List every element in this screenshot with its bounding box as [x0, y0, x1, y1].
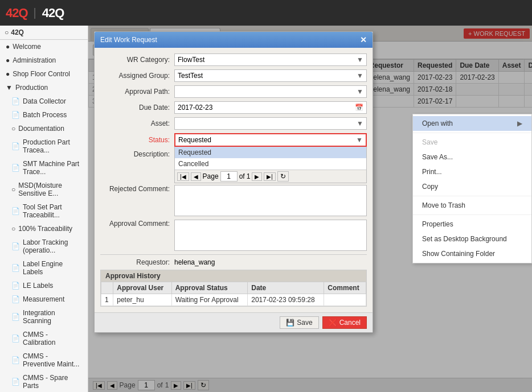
sidebar-item-labor-tracking[interactable]: 📄 Labor Tracking (operatio... — [0, 236, 88, 257]
sidebar-item-msd[interactable]: ○ MSD(Moisture Sensitive E... — [0, 179, 88, 200]
context-item-open-with[interactable]: Open with ▶ — [413, 116, 531, 131]
wr-category-label: WR Category: — [100, 56, 174, 64]
copy-label: Copy — [422, 183, 438, 191]
logo-divider: | — [34, 6, 36, 19]
dp-prev-btn[interactable]: ◀ — [191, 172, 201, 181]
wr-category-value: FlowTest — [178, 56, 204, 64]
circle-icon: ○ — [11, 125, 15, 133]
circle-icon: ○ — [5, 28, 9, 36]
sidebar-item-data-collector[interactable]: 📄 Data Collector — [0, 94, 88, 108]
sidebar-item-cmms-preventive[interactable]: 📄 CMMS - Preventive Maint... — [0, 349, 88, 371]
modal-close-button[interactable]: ✕ — [360, 35, 367, 44]
sidebar-item-shop-floor-control[interactable]: ● Shop Floor Control — [0, 67, 88, 81]
print-label: Print... — [422, 168, 442, 176]
approval-history-row: 1 peter_hu Waiting For Approval 2017-02-… — [101, 294, 366, 306]
dot-icon: ● — [6, 70, 10, 78]
status-option-requested[interactable]: Requested — [175, 147, 366, 158]
sidebar-item-42q[interactable]: ○ 42Q — [0, 26, 88, 40]
status-label: Status: — [100, 136, 174, 144]
dropdown-arrow-icon: ▼ — [357, 72, 363, 80]
sidebar-item-tool-set[interactable]: 📄 Tool Set Part Traceabilit... — [0, 200, 88, 222]
assigned-group-select[interactable]: TestTest ▼ — [174, 69, 367, 82]
approval-history-header: Approval History — [101, 270, 366, 282]
sidebar-item-cmms-spare[interactable]: 📄 CMMS - Spare Parts — [0, 371, 88, 392]
sidebar-item-production-part[interactable]: 📄 Production Part Tracea... — [0, 135, 88, 157]
asset-select[interactable]: ▼ — [174, 117, 367, 130]
properties-label: Properties — [422, 220, 453, 228]
open-with-label: Open with — [422, 119, 453, 127]
ah-num: 1 — [101, 294, 113, 306]
status-input[interactable]: Requested ▼ — [174, 133, 367, 147]
context-item-copy[interactable]: Copy — [413, 179, 531, 194]
dp-page-label: Page — [203, 172, 219, 180]
modal-footer: 💾 Save ❌ Cancel — [95, 312, 373, 332]
sidebar-item-integration[interactable]: 📄 Integration Scanning — [0, 306, 88, 328]
sidebar-item-smt-machine[interactable]: 📄 SMT Machine Part Trace... — [0, 157, 88, 179]
doc-icon: 📄 — [11, 242, 20, 250]
wr-category-select[interactable]: FlowTest ▼ — [174, 53, 367, 66]
sidebar-item-documentation[interactable]: ○ Documentation — [0, 122, 88, 135]
sidebar-item-batch-process[interactable]: 📄 Batch Process — [0, 108, 88, 122]
calendar-icon: 📅 — [355, 104, 363, 112]
cancel-button[interactable]: ❌ Cancel — [322, 316, 367, 329]
asset-row: Asset: ▼ — [100, 117, 367, 130]
requestor-label: Requestor: — [100, 258, 174, 266]
context-separator-2 — [413, 196, 531, 196]
doc-icon: 📄 — [11, 207, 20, 215]
doc-icon: 📄 — [11, 264, 20, 272]
show-folder-label: Show Containing Folder — [422, 250, 495, 258]
dp-total: 1 — [247, 172, 251, 180]
due-date-input[interactable]: 2017-02-23 📅 — [174, 101, 367, 114]
top-bar: 42Q | 42Q — [0, 0, 532, 26]
due-date-value: 2017-02-23 — [178, 104, 212, 112]
ah-user: peter_hu — [113, 294, 171, 306]
dot-icon: ● — [6, 56, 10, 64]
approval-history-table: Approval User Approval Status Date Comme… — [101, 282, 366, 306]
sidebar-item-cmms-calibration[interactable]: 📄 CMMS - Calibration — [0, 328, 88, 349]
rejected-comment-input[interactable] — [174, 185, 367, 216]
context-item-print[interactable]: Print... — [413, 164, 531, 179]
doc-icon: 📄 — [11, 378, 20, 386]
due-date-row: Due Date: 2017-02-23 📅 — [100, 101, 367, 114]
requestor-row: Requestor: helena_wang — [100, 254, 367, 266]
context-item-save-as[interactable]: Save As... — [413, 150, 531, 164]
sidebar: ○ 42Q ● Welcome ● Administration ● Shop … — [0, 26, 88, 392]
doc-icon: 📄 — [11, 142, 20, 150]
move-trash-label: Move to Trash — [422, 201, 465, 209]
ah-col-date: Date — [248, 282, 324, 294]
context-item-properties[interactable]: Properties — [413, 217, 531, 232]
status-option-cancelled[interactable]: Cancelled — [175, 158, 366, 170]
ah-col-status: Approval Status — [171, 282, 248, 294]
context-item-show-folder[interactable]: Show Containing Folder — [413, 246, 531, 261]
doc-icon: 📄 — [11, 356, 20, 364]
description-label: Description: — [100, 150, 174, 158]
rejected-comment-label: Rejected Comment: — [100, 185, 174, 193]
approval-comment-label: Approval Comment: — [100, 220, 174, 228]
dp-next-btn[interactable]: ▶ — [252, 172, 262, 181]
sidebar-item-label-engine[interactable]: 📄 Label Engine Labels — [0, 257, 88, 279]
modal-body: WR Category: FlowTest ▼ Assigned Group: … — [95, 48, 373, 312]
dp-refresh-btn[interactable]: ↻ — [277, 171, 289, 181]
sidebar-item-le-labels[interactable]: 📄 LE Labels — [0, 279, 88, 292]
context-item-desktop-bg[interactable]: Set as Desktop Background — [413, 232, 531, 246]
chevron-down-icon: ▼ — [6, 84, 13, 92]
approval-comment-row: Approval Comment: — [100, 220, 367, 251]
sidebar-item-100-trace[interactable]: ○ 100% Traceability — [0, 222, 88, 236]
asset-label: Asset: — [100, 119, 174, 127]
rejected-comment-row: Rejected Comment: — [100, 185, 367, 216]
dropdown-arrow-icon: ▼ — [357, 56, 363, 64]
dp-page-input[interactable] — [220, 171, 238, 181]
context-item-save: Save — [413, 135, 531, 150]
assigned-group-row: Assigned Group: TestTest ▼ — [100, 69, 367, 82]
dp-last-btn[interactable]: ▶| — [264, 172, 276, 181]
sidebar-item-production[interactable]: ▼ Production — [0, 81, 88, 94]
context-item-move-trash[interactable]: Move to Trash — [413, 198, 531, 213]
approval-comment-input[interactable] — [174, 220, 367, 251]
save-button[interactable]: 💾 Save — [280, 316, 318, 329]
dp-first-btn[interactable]: |◀ — [177, 172, 189, 181]
sidebar-item-welcome[interactable]: ● Welcome — [0, 40, 88, 53]
sidebar-item-administration[interactable]: ● Administration — [0, 53, 88, 67]
sidebar-item-measurement[interactable]: 📄 Measurement — [0, 292, 88, 306]
approval-path-select[interactable]: ▼ — [174, 85, 367, 98]
status-dropdown-container: Requested ▼ Requested Cancelled |◀ ◀ Pag… — [174, 133, 367, 147]
